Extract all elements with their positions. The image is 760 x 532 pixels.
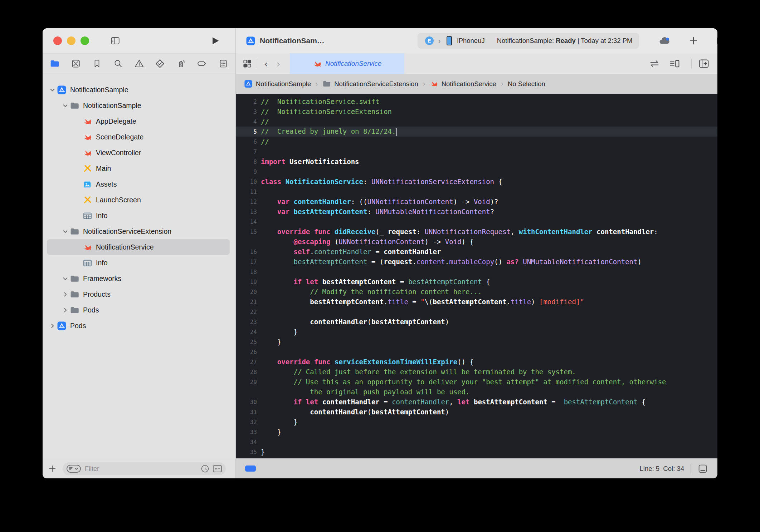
code-line-20[interactable]: 20 // Modify the notification content he… xyxy=(236,287,717,297)
chevron-down-icon[interactable] xyxy=(48,87,57,93)
code-line-28[interactable]: 28 // Called just before the extension w… xyxy=(236,367,717,377)
code-line-21[interactable]: 21 bestAttemptContent.title = "\(bestAtt… xyxy=(236,297,717,307)
tree-item-notificationsample[interactable]: NotificationSample xyxy=(47,82,230,98)
source-control-navigator-button[interactable] xyxy=(69,56,83,71)
tree-item-pods[interactable]: Pods xyxy=(47,302,230,318)
bookmark-navigator-button[interactable] xyxy=(90,56,104,71)
related-items-button[interactable] xyxy=(242,59,252,69)
code-line-3[interactable]: 3// NotificationServiceExtension xyxy=(236,107,717,117)
report-navigator-button[interactable] xyxy=(216,56,230,71)
code-line-34[interactable]: 34 xyxy=(236,437,717,447)
add-item-button[interactable] xyxy=(48,464,57,473)
tree-item-viewcontroller[interactable]: ViewController xyxy=(47,145,230,161)
filter-input[interactable] xyxy=(84,465,200,473)
scheme-status-pill[interactable]: E › iPhoneuJ NotificationSample: Ready |… xyxy=(418,33,639,49)
flags-filter-icon[interactable] xyxy=(213,464,222,473)
code-line-33[interactable]: 33 } xyxy=(236,427,717,437)
new-file-button[interactable] xyxy=(688,36,698,46)
breadcrumb-item-no-selection[interactable]: No Selection xyxy=(508,80,545,88)
code-line-16[interactable]: 16 self.contentHandler = contentHandler xyxy=(236,247,717,257)
breakpoint-navigator-button[interactable] xyxy=(195,56,209,71)
chevron-right-icon[interactable] xyxy=(60,291,70,297)
code-line-11[interactable]: 11 xyxy=(236,187,717,197)
debug-navigator-button[interactable] xyxy=(174,56,188,71)
code-line-wrap[interactable]: @escaping (UNNotificationContent) -> Voi… xyxy=(236,237,717,247)
iphone-device-icon[interactable] xyxy=(444,35,454,46)
chevron-right-icon[interactable] xyxy=(48,323,57,329)
chevron-right-icon[interactable] xyxy=(60,307,70,313)
tree-item-notificationsample[interactable]: NotificationSample xyxy=(47,98,230,113)
code-line-23[interactable]: 23 contentHandler(bestAttemptContent) xyxy=(236,317,717,327)
adjust-editor-options-button[interactable] xyxy=(669,59,681,69)
tree-item-launchscreen[interactable]: LaunchScreen xyxy=(47,192,230,208)
toggle-inspector-button[interactable] xyxy=(716,35,718,46)
code-line-12[interactable]: 12 var contentHandler: ((UNNotificationC… xyxy=(236,197,717,207)
code-line-22[interactable]: 22 xyxy=(236,307,717,317)
run-button[interactable] xyxy=(210,35,220,46)
code-line-13[interactable]: 13 var bestAttemptContent: UNMutableNoti… xyxy=(236,207,717,217)
code-line-4[interactable]: 4// xyxy=(236,117,717,127)
code-line-17[interactable]: 17 bestAttemptContent = (request.content… xyxy=(236,257,717,267)
code-line-35[interactable]: 35} xyxy=(236,447,717,457)
project-navigator-button[interactable] xyxy=(48,56,62,71)
code-line-29[interactable]: 29 // Use this as an opportunity to deli… xyxy=(236,377,717,387)
add-editor-button[interactable] xyxy=(698,58,710,69)
code-line-26[interactable]: 26 xyxy=(236,347,717,357)
breadcrumb-item-notificationserviceextension[interactable]: NotificationServiceExtension xyxy=(322,80,418,88)
tree-item-main[interactable]: Main xyxy=(47,161,230,176)
tree-item-info[interactable]: Info xyxy=(47,208,230,223)
code-line-2[interactable]: 2// NotificationService.swift xyxy=(236,97,717,107)
breakpoints-toggle[interactable] xyxy=(245,466,256,472)
chevron-down-icon[interactable] xyxy=(60,103,70,109)
code-line-18[interactable]: 18 xyxy=(236,267,717,277)
go-forward-button[interactable]: › xyxy=(272,58,285,69)
zoom-window-button[interactable] xyxy=(81,36,89,45)
tree-item-notificationservice[interactable]: NotificationService xyxy=(47,239,230,255)
extension-target-icon[interactable]: E xyxy=(424,35,435,46)
code-review-button[interactable] xyxy=(649,59,660,68)
run-destination[interactable]: iPhoneuJ xyxy=(457,37,485,45)
code-line-32[interactable]: 32 } xyxy=(236,417,717,427)
test-navigator-button[interactable] xyxy=(153,56,167,71)
code-line-24[interactable]: 24 } xyxy=(236,327,717,337)
breadcrumb-item-notificationsample[interactable]: NotificationSample xyxy=(244,80,311,88)
code-line-7[interactable]: 7 xyxy=(236,147,717,157)
chevron-down-icon[interactable] xyxy=(60,228,70,235)
recents-clock-icon[interactable] xyxy=(200,464,210,473)
breadcrumb: NotificationSample›NotificationServiceEx… xyxy=(236,74,717,94)
code-editor[interactable]: 2// NotificationService.swift3// Notific… xyxy=(236,94,717,459)
issue-navigator-button[interactable] xyxy=(132,56,146,71)
code-line-31[interactable]: 31 contentHandler(bestAttemptContent) xyxy=(236,407,717,417)
code-line-27[interactable]: 27 override func serviceExtensionTimeWil… xyxy=(236,357,717,367)
breadcrumb-item-notificationservice[interactable]: NotificationService xyxy=(430,80,496,88)
code-line-6[interactable]: 6// xyxy=(236,137,717,147)
code-line-30[interactable]: 30 if let contentHandler = contentHandle… xyxy=(236,397,717,407)
code-line-10[interactable]: 10class NotificationService: UNNotificat… xyxy=(236,177,717,187)
find-navigator-button[interactable] xyxy=(111,56,125,71)
tree-item-assets[interactable]: Assets xyxy=(47,176,230,192)
filter-field[interactable] xyxy=(63,462,226,475)
code-line-5[interactable]: 5// Created by junely on 8/12/24. xyxy=(236,127,717,137)
tree-item-products[interactable]: Products xyxy=(47,286,230,302)
minimize-window-button[interactable] xyxy=(67,36,75,45)
cloud-sync-button[interactable] xyxy=(658,35,671,46)
code-line-25[interactable]: 25 } xyxy=(236,337,717,347)
editor-layout-button[interactable] xyxy=(697,463,708,474)
tree-item-appdelegate[interactable]: AppDelegate xyxy=(47,113,230,129)
tree-item-frameworks[interactable]: Frameworks xyxy=(47,271,230,286)
go-back-button[interactable]: ‹ xyxy=(260,58,272,69)
code-line-19[interactable]: 19 if let bestAttemptContent = bestAttem… xyxy=(236,277,717,287)
code-line-15[interactable]: 15 override func didReceive(_ request: U… xyxy=(236,227,717,237)
tree-item-info[interactable]: Info xyxy=(47,255,230,271)
code-line-8[interactable]: 8import UserNotifications xyxy=(236,157,717,167)
chevron-down-icon[interactable] xyxy=(60,276,70,282)
tab-notificationservice[interactable]: NotificationService xyxy=(290,53,404,74)
tree-item-pods[interactable]: Pods xyxy=(47,318,230,334)
code-line-14[interactable]: 14 xyxy=(236,217,717,227)
code-line-wrap[interactable]: the original push payload will be used. xyxy=(236,387,717,397)
tree-item-scenedelegate[interactable]: SceneDelegate xyxy=(47,129,230,145)
toggle-sidebar-button[interactable] xyxy=(110,36,121,46)
tree-item-notificationserviceextension[interactable]: NotificationServiceExtension xyxy=(47,223,230,239)
code-line-9[interactable]: 9 xyxy=(236,167,717,177)
close-window-button[interactable] xyxy=(53,36,62,45)
